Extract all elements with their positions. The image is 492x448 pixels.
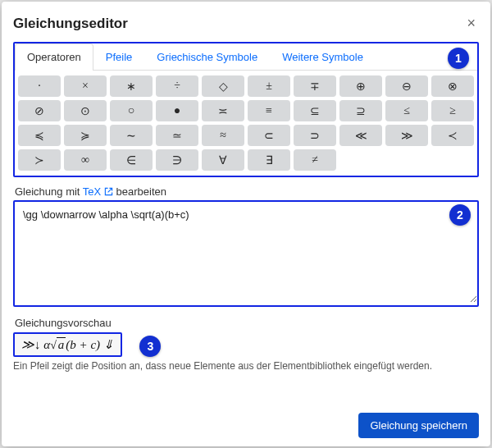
- modal-footer: Gleichung speichern: [13, 398, 479, 438]
- symbol-button[interactable]: ∞: [64, 149, 107, 171]
- symbol-button[interactable]: ±: [248, 75, 290, 97]
- tex-label: Gleichung mit TeX bearbeiten: [15, 185, 479, 199]
- symbol-button[interactable]: ●: [156, 100, 198, 121]
- symbol-button[interactable]: ⊃: [294, 125, 336, 146]
- symbol-button[interactable]: ⊂: [248, 125, 290, 146]
- tab-pfeile[interactable]: Pfeile: [93, 43, 145, 70]
- modal-title: Gleichungseditor: [13, 16, 128, 32]
- tex-link[interactable]: TeX: [83, 185, 113, 198]
- symbol-button[interactable]: ⊕: [339, 75, 382, 97]
- symbol-button[interactable]: ∀: [202, 149, 244, 171]
- symbol-button[interactable]: ∋: [156, 149, 198, 171]
- equation-preview: ≫↓ α√a(b + c) ⇓: [13, 332, 122, 357]
- badge-3: 3: [139, 336, 161, 357]
- symbol-button[interactable]: ≺: [431, 125, 474, 146]
- tab-bar: OperatorenPfeileGriechische SymboleWeite…: [15, 43, 477, 71]
- symbol-button[interactable]: ∗: [110, 75, 153, 97]
- symbol-button[interactable]: ≡: [248, 100, 290, 121]
- symbol-button[interactable]: ·: [18, 75, 61, 97]
- symbol-button[interactable]: ≻: [18, 149, 61, 171]
- symbol-button[interactable]: ⊗: [431, 75, 474, 97]
- save-button[interactable]: Gleichung speichern: [358, 413, 479, 438]
- symbol-button[interactable]: ≽: [64, 125, 107, 146]
- badge-2: 2: [449, 204, 471, 226]
- tab-weitere-symbole[interactable]: Weitere Symbole: [270, 43, 376, 70]
- symbol-button[interactable]: ≥: [431, 100, 474, 121]
- modal-header: Gleichungseditor ×: [13, 13, 479, 34]
- tex-label-suffix: bearbeiten: [116, 185, 166, 198]
- symbol-button[interactable]: ◇: [202, 75, 244, 97]
- symbol-button[interactable]: ⊆: [294, 100, 336, 121]
- symbol-button[interactable]: ≃: [156, 125, 198, 146]
- symbol-button[interactable]: ∓: [294, 75, 336, 97]
- symbol-button[interactable]: ○: [110, 100, 153, 121]
- badge-1: 1: [448, 48, 469, 69]
- symbol-button[interactable]: ≼: [18, 125, 61, 146]
- symbol-button[interactable]: ⊘: [18, 100, 61, 121]
- symbol-button[interactable]: ≫: [385, 125, 428, 146]
- preview-hint: Ein Pfeil zeigt die Position an, dass ne…: [13, 360, 479, 372]
- symbol-button[interactable]: ⊇: [339, 100, 382, 121]
- symbol-button[interactable]: ≪: [339, 125, 382, 146]
- symbol-button[interactable]: ⊙: [64, 100, 107, 121]
- tab-operatoren[interactable]: Operatoren: [15, 43, 93, 71]
- symbol-button[interactable]: ÷: [156, 75, 198, 97]
- external-link-icon: [104, 186, 113, 199]
- preview-container: ≫↓ α√a(b + c) ⇓ 3: [13, 332, 479, 357]
- symbol-palette: OperatorenPfeileGriechische SymboleWeite…: [13, 42, 479, 177]
- symbol-button[interactable]: ≈: [202, 125, 244, 146]
- symbol-button[interactable]: ≠: [294, 149, 336, 171]
- tex-input[interactable]: [15, 202, 477, 303]
- close-icon[interactable]: ×: [463, 13, 479, 34]
- symbol-button[interactable]: ∈: [110, 149, 153, 171]
- symbol-grid: ·×∗÷◇±∓⊕⊖⊗⊘⊙○●≍≡⊆⊇≤≥≼≽∼≃≈⊂⊃≪≫≺≻∞∈∋∀∃≠: [15, 71, 477, 176]
- symbol-button[interactable]: ×: [64, 75, 107, 97]
- symbol-button[interactable]: ≍: [202, 100, 244, 121]
- symbol-button[interactable]: ⊖: [385, 75, 428, 97]
- tex-label-prefix: Gleichung mit: [15, 185, 83, 198]
- equation-editor-modal: Gleichungseditor × OperatorenPfeileGriec…: [2, 2, 490, 446]
- symbol-button[interactable]: ≤: [385, 100, 428, 121]
- preview-label: Gleichungsvorschau: [15, 317, 479, 329]
- symbol-button[interactable]: ∼: [110, 125, 153, 146]
- tab-griechische-symbole[interactable]: Griechische Symbole: [144, 43, 270, 70]
- tex-input-container: 2: [13, 200, 479, 307]
- symbol-button[interactable]: ∃: [248, 149, 290, 171]
